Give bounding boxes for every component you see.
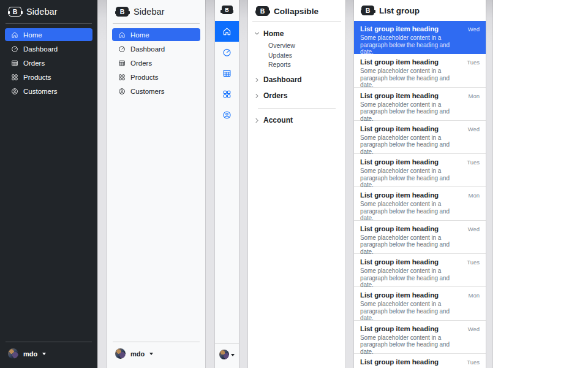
nav-item-customers[interactable] (215, 104, 239, 125)
list-item[interactable]: List group item headingMon Some placehol… (354, 187, 486, 220)
chevron-down-icon (254, 31, 260, 36)
avatar (8, 348, 18, 359)
nav-item-dashboard[interactable]: Dashboard (112, 42, 200, 55)
nav-item-label: Orders (130, 59, 152, 67)
nav-item-label: Home (130, 31, 149, 39)
list-item[interactable]: List group item headingTues Some placeho… (354, 354, 486, 368)
divider-line (113, 23, 200, 24)
brand-link[interactable]: B Sidebar (0, 0, 97, 23)
nav-list: Home Dashboard Orders Products Customers (0, 25, 97, 101)
spacer (254, 86, 339, 90)
nav-item-orders[interactable]: Orders (5, 56, 92, 69)
nav-item-home[interactable]: Home (5, 28, 92, 41)
nav-item-label: Products (23, 74, 51, 81)
list-item-date: Tues (467, 359, 480, 366)
list-item-date: Wed (468, 126, 480, 132)
user-name: mdo (130, 350, 145, 358)
tree-subitem-overview[interactable]: Overview (268, 41, 339, 51)
brand-link[interactable]: B Sidebar (107, 0, 205, 23)
rail-bottom (215, 343, 239, 368)
user-dropdown[interactable]: mdo (107, 343, 205, 368)
user-name: mdo (23, 350, 37, 358)
sidebar-icon-rail: B (215, 0, 239, 368)
list-item-heading: List group item heading (360, 358, 439, 366)
speedometer-icon (118, 45, 126, 53)
list-item-body: Some placeholder content in a paragraph … (360, 34, 463, 56)
house-icon (222, 27, 232, 36)
tree-subitem-reports[interactable]: Reports (268, 60, 339, 70)
person-circle-icon (222, 110, 232, 120)
nav-item-products[interactable]: Products (112, 71, 200, 83)
brand-link[interactable]: B (215, 0, 239, 14)
grid-icon (222, 90, 232, 99)
divider-line (113, 342, 200, 342)
user-dropdown[interactable] (215, 343, 239, 368)
nav-item-orders[interactable]: Orders (112, 56, 200, 69)
nav-item-customers[interactable]: Customers (5, 85, 92, 98)
table-icon (11, 59, 18, 67)
list-item-heading: List group item heading (360, 191, 439, 199)
list-item-body: Some placeholder content in a paragraph … (360, 334, 463, 356)
divider-line (6, 23, 92, 24)
list-item-heading: List group item heading (360, 225, 439, 232)
list-item[interactable]: List group item headingTues Some placeho… (354, 154, 486, 187)
list-item-date: Mon (469, 192, 480, 199)
nav-item-dashboard[interactable] (215, 42, 239, 63)
brand-title: List group (379, 6, 420, 15)
brand-title: Sidebar (134, 7, 165, 17)
brand-link[interactable]: B List group (354, 0, 486, 21)
nav-item-dashboard[interactable]: Dashboard (5, 42, 92, 55)
list-item[interactable]: List group item headingWed Some placehol… (354, 121, 486, 154)
list-item-heading: List group item heading (360, 291, 439, 299)
list-group: List group item headingWed Some placehol… (354, 21, 486, 368)
person-circle-icon (118, 88, 126, 95)
bootstrap-logo-icon: B (256, 6, 269, 16)
nav-item-label: Orders (23, 59, 45, 67)
list-item[interactable]: List group item headingWed Some placehol… (354, 21, 486, 54)
tree-label: Home (263, 29, 284, 38)
nav-item-customers[interactable]: Customers (112, 85, 200, 98)
list-item-heading: List group item heading (360, 58, 439, 66)
nav-item-home[interactable]: Home (112, 28, 200, 41)
tree-toggle-dashboard[interactable]: Dashboard (254, 74, 339, 86)
example-divider (205, 0, 215, 368)
list-item-body: Some placeholder content in a paragraph … (360, 67, 463, 89)
house-icon (11, 31, 18, 39)
chevron-right-icon (254, 93, 260, 99)
bootstrap-logo-icon: B (361, 6, 374, 15)
divider-line (6, 342, 92, 342)
speedometer-icon (222, 48, 232, 57)
example-divider (239, 0, 248, 368)
nav-item-products[interactable] (215, 83, 239, 104)
list-item-body: Some placeholder content in a paragraph … (360, 134, 463, 156)
nav-item-products[interactable]: Products (5, 71, 92, 83)
example-divider (486, 0, 493, 368)
tree-label: Account (263, 116, 293, 125)
tree-toggle-account[interactable]: Account (254, 115, 339, 126)
user-dropdown[interactable]: mdo (0, 343, 97, 368)
list-item[interactable]: List group item headingTues Some placeho… (354, 54, 486, 87)
list-item[interactable]: List group item headingTues Some placeho… (354, 254, 486, 287)
bootstrap-logo-icon: B (9, 7, 21, 17)
list-item-date: Wed (468, 226, 480, 232)
list-item-date: Wed (468, 26, 480, 33)
main-content-area (493, 0, 588, 368)
caret-down-icon (42, 353, 46, 355)
nav-item-label: Dashboard (23, 45, 58, 53)
person-circle-icon (11, 88, 18, 95)
list-item[interactable]: List group item headingMon Some placehol… (354, 88, 486, 121)
list-item[interactable]: List group item headingWed Some placehol… (354, 221, 486, 254)
list-item-body: Some placeholder content in a paragraph … (360, 234, 463, 256)
list-item[interactable]: List group item headingWed Some placehol… (354, 321, 486, 354)
avatar (219, 350, 229, 359)
nav-item-home[interactable] (215, 21, 239, 42)
tree-subitem-updates[interactable]: Updates (268, 51, 339, 61)
brand-link[interactable]: B Collapsible (248, 0, 345, 21)
nav-item-orders[interactable] (215, 63, 239, 83)
sidebar-list-group: B List group List group item headingWed … (354, 0, 486, 368)
list-item-body: Some placeholder content in a paragraph … (360, 267, 463, 289)
list-item[interactable]: List group item headingMon Some placehol… (354, 287, 486, 320)
tree-toggle-home[interactable]: Home (254, 28, 339, 39)
spacer (0, 101, 97, 341)
tree-toggle-orders[interactable]: Orders (254, 90, 339, 102)
